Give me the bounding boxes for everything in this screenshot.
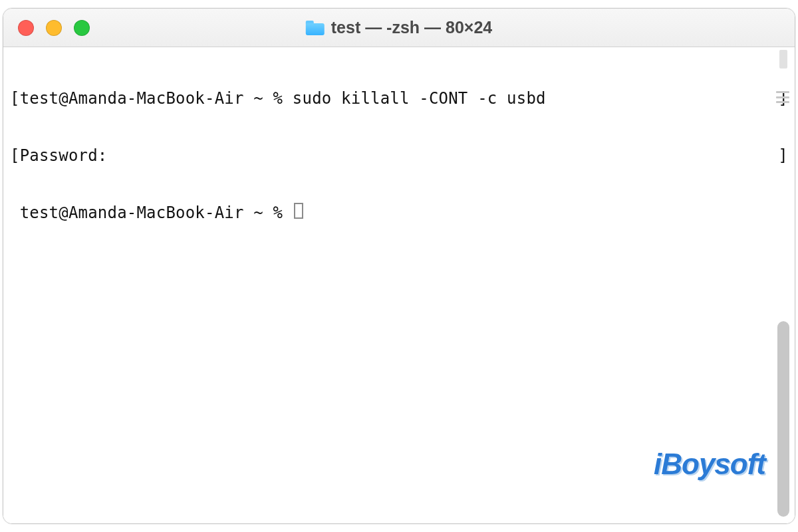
terminal-line: [ test@Amanda-MacBook-Air ~ % sudo killa… (10, 88, 788, 108)
terminal-text: test@Amanda-MacBook-Air ~ % sudo killall… (20, 88, 546, 108)
terminal-text: Password: (20, 146, 108, 166)
terminal-window: test — -zsh — 80×24 [ test@Amanda-MacBoo… (3, 8, 795, 524)
line-bracket-left (10, 203, 20, 223)
scroll-indicator-icon (779, 50, 787, 68)
terminal-prompt: test@Amanda-MacBook-Air ~ % (20, 203, 293, 223)
folder-icon (306, 21, 325, 35)
window-title-text: test — -zsh — 80×24 (331, 18, 492, 37)
minimize-icon[interactable] (46, 20, 62, 36)
cursor-icon (294, 203, 303, 219)
maximize-icon[interactable] (74, 20, 90, 36)
line-bracket-left: [ (10, 146, 20, 166)
scrollbar-thumb[interactable] (777, 321, 789, 517)
scrollbar-track[interactable] (775, 68, 791, 521)
titlebar[interactable]: test — -zsh — 80×24 (3, 9, 795, 47)
scrollbar-rail (775, 47, 792, 521)
terminal-line: [ Password: ] (10, 146, 788, 166)
close-icon[interactable] (18, 20, 34, 36)
window-title: test — -zsh — 80×24 (306, 18, 492, 37)
hamburger-icon (776, 91, 789, 103)
watermark-logo: iBoysoft (609, 414, 765, 514)
terminal-line: test@Amanda-MacBook-Air ~ % (10, 203, 788, 223)
watermark-text: iBoysoft (654, 448, 765, 480)
terminal-body[interactable]: [ test@Amanda-MacBook-Air ~ % sudo killa… (3, 47, 795, 523)
line-bracket-left: [ (10, 88, 20, 108)
traffic-lights (3, 20, 90, 36)
